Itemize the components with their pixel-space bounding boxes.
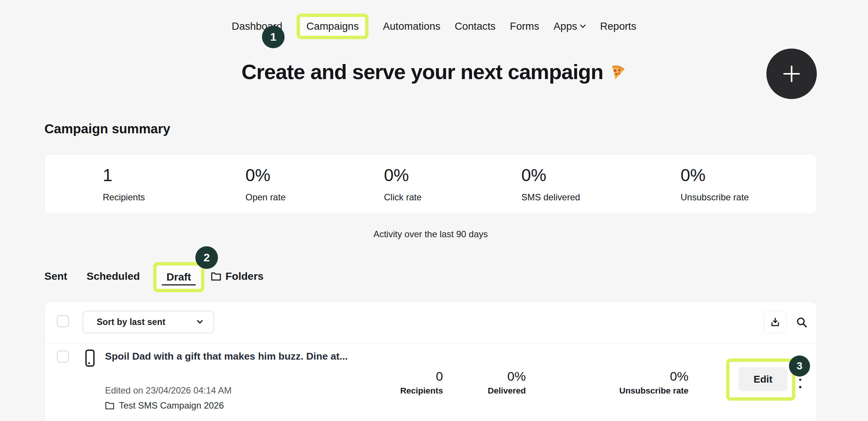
tab-sent[interactable]: Sent (44, 270, 67, 282)
chevron-down-icon (197, 320, 203, 324)
sort-dropdown[interactable]: Sort by last sent (82, 311, 214, 333)
summary-card: 1 Recipients 0% Open rate 0% Click rate … (44, 154, 817, 214)
hero: Create and serve your next campaign (0, 59, 868, 84)
campaign-folder-chip[interactable]: Test SMS Campaign 2026 (105, 400, 224, 411)
edit-button[interactable]: Edit (739, 367, 787, 391)
campaign-title-link[interactable]: Spoil Dad with a gift that makes him buz… (105, 348, 369, 364)
nav-item-campaigns[interactable]: Campaigns (306, 20, 359, 32)
annotation-step-badge-1: 1 (262, 26, 285, 48)
row-stat-unsubscribe-rate: 0% Unsubscribe rate (619, 369, 688, 396)
campaign-list-panel: Sort by last sent Spoil Dad with a gift … (44, 301, 817, 421)
search-button[interactable] (795, 315, 809, 329)
download-icon (770, 317, 780, 327)
row-stat-delivered: 0% Delivered (488, 369, 526, 396)
nav-item-contacts[interactable]: Contacts (455, 20, 496, 32)
plus-icon (781, 63, 803, 85)
stat-unsubscribe-rate: 0% Unsubscribe rate (681, 165, 749, 203)
stat-sms-delivered: 0% SMS delivered (521, 165, 580, 203)
stat-click-rate: 0% Click rate (384, 165, 422, 203)
pizza-icon (608, 63, 626, 81)
activity-note: Activity over the last 90 days (44, 229, 817, 239)
tab-scheduled[interactable]: Scheduled (87, 270, 140, 282)
campaign-edited-timestamp: Edited on 23/04/2026 04:14 AM (105, 385, 231, 396)
annotation-highlight-draft: Draft (153, 262, 204, 292)
chevron-down-icon (580, 24, 586, 28)
top-nav: Dashboard Campaigns Automations Contacts… (0, 9, 868, 44)
annotation-highlight-campaigns: Campaigns (297, 14, 369, 39)
create-campaign-button[interactable] (766, 49, 817, 99)
mobile-phone-icon (85, 349, 95, 367)
export-button[interactable] (763, 311, 787, 333)
annotation-step-badge-2: 2 (195, 246, 218, 269)
search-icon (796, 316, 808, 328)
header-divider (45, 343, 816, 343)
nav-item-automations[interactable]: Automations (383, 20, 440, 32)
tab-draft[interactable]: Draft (166, 271, 191, 283)
active-tab-underline (162, 284, 196, 285)
row-stat-recipients: 0 Recipients (400, 369, 443, 396)
nav-item-forms[interactable]: Forms (510, 20, 539, 32)
folder-icon (211, 272, 221, 281)
stat-recipients: 1 Recipients (103, 165, 145, 203)
nav-item-apps[interactable]: Apps (554, 20, 586, 32)
stat-open-rate: 0% Open rate (245, 165, 286, 203)
annotation-step-badge-3: 3 (789, 355, 810, 377)
page-title: Create and serve your next campaign (242, 59, 627, 84)
nav-item-reports[interactable]: Reports (600, 20, 636, 32)
summary-heading: Campaign summary (44, 121, 171, 136)
folder-icon (105, 401, 114, 410)
row-checkbox[interactable] (57, 351, 69, 363)
tab-folders[interactable]: Folders (211, 270, 263, 282)
select-all-checkbox[interactable] (57, 315, 69, 327)
